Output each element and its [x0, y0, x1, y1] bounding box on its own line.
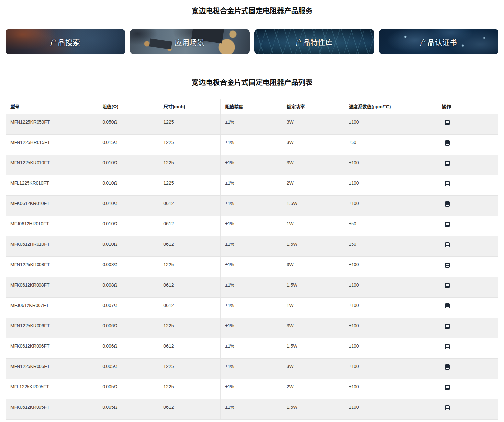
view-detail-button[interactable]	[444, 201, 450, 207]
cell-model: MFN1225KR008FT	[6, 257, 98, 277]
nav-card-product-search[interactable]: 产品搜索	[6, 29, 125, 54]
table-row: MFN1225KR010FT 0.010Ω 1225 ±1% 3W ±100	[6, 155, 498, 175]
cell-resistance: 0.006Ω	[98, 318, 159, 338]
cell-model: MFK0612HR010FT	[6, 236, 98, 257]
table-row: MFK0612KR006FT 0.006Ω 0612 ±1% 1.5W ±100	[6, 338, 498, 359]
table-row: MFJ0612KR007FT 0.007Ω 0612 ±1% 1W ±100	[6, 298, 498, 318]
cell-temp-coefficient: ±100	[344, 257, 437, 277]
cell-operation	[437, 196, 498, 216]
cell-operation	[437, 257, 498, 277]
cell-operation	[437, 318, 498, 338]
cell-size: 0612	[159, 399, 220, 420]
cell-operation	[437, 379, 498, 399]
cell-temp-coefficient: ±100	[344, 196, 437, 216]
cell-temp-coefficient: ±50	[344, 135, 437, 155]
header-precision: 阻值精度	[220, 99, 282, 114]
table-header-row: 型号 阻值(Ω) 尺寸(inch) 阻值精度 额定功率 温度系数值(ppm/℃)…	[6, 99, 498, 114]
view-detail-button[interactable]	[444, 303, 450, 309]
cell-precision: ±1%	[220, 155, 282, 175]
table-row: MFL1225KR005FT 0.005Ω 1225 ±1% 2W ±100	[6, 379, 498, 399]
cell-model: MFN1225KR005FT	[6, 359, 98, 379]
cell-precision: ±1%	[220, 196, 282, 216]
nav-card-label: 产品搜索	[50, 37, 80, 47]
journal-text-icon	[445, 201, 450, 207]
journal-text-icon	[445, 161, 450, 166]
view-detail-button[interactable]	[444, 384, 450, 391]
cell-temp-coefficient: ±100	[344, 298, 437, 318]
cell-precision: ±1%	[220, 359, 282, 379]
cell-temp-coefficient: ±100	[344, 399, 437, 420]
cell-model: MFN1225KR006FT	[6, 318, 98, 338]
cell-rated-power: 1W	[282, 298, 344, 318]
nav-card-application-scenarios[interactable]: 应用场景	[130, 29, 250, 54]
table-row: MFN1225KR005FT 0.005Ω 1225 ±1% 3W ±100	[6, 359, 498, 379]
cell-size: 0612	[159, 216, 220, 236]
view-detail-button[interactable]	[444, 140, 450, 146]
product-table-wrap: 型号 阻值(Ω) 尺寸(inch) 阻值精度 额定功率 温度系数值(ppm/℃)…	[6, 99, 498, 420]
cell-operation	[437, 114, 498, 135]
cell-precision: ±1%	[220, 318, 282, 338]
cell-resistance: 0.010Ω	[98, 236, 159, 257]
cell-rated-power: 2W	[282, 379, 344, 399]
cell-operation	[437, 277, 498, 298]
cell-model: MFJ0612HR010FT	[6, 216, 98, 236]
cell-rated-power: 3W	[282, 318, 344, 338]
cell-precision: ±1%	[220, 236, 282, 257]
cell-size: 0612	[159, 338, 220, 359]
nav-card-product-characteristics[interactable]: 产品特性库	[254, 29, 374, 54]
cell-resistance: 0.007Ω	[98, 298, 159, 318]
journal-text-icon	[445, 364, 450, 370]
cell-size: 0612	[159, 277, 220, 298]
table-body: MFN1225KR050FT 0.050Ω 1225 ±1% 3W ±100 M…	[6, 114, 498, 420]
cell-rated-power: 3W	[282, 135, 344, 155]
table-row: MFN1225KR008FT 0.008Ω 1225 ±1% 3W ±100	[6, 257, 498, 277]
table-row: MFN1225KR050FT 0.050Ω 1225 ±1% 3W ±100	[6, 114, 498, 135]
view-detail-button[interactable]	[444, 221, 450, 228]
view-detail-button[interactable]	[444, 180, 450, 187]
cell-size: 0612	[159, 196, 220, 216]
cell-resistance: 0.010Ω	[98, 155, 159, 175]
cell-operation	[437, 216, 498, 236]
cell-resistance: 0.006Ω	[98, 338, 159, 359]
cell-rated-power: 1.5W	[282, 338, 344, 359]
journal-text-icon	[445, 242, 450, 247]
cell-size: 1225	[159, 175, 220, 196]
view-detail-button[interactable]	[444, 282, 450, 289]
view-detail-button[interactable]	[444, 405, 450, 411]
cell-operation	[437, 298, 498, 318]
cell-size: 1225	[159, 257, 220, 277]
nav-card-product-certificates[interactable]: 产品认证书	[379, 29, 499, 54]
cell-temp-coefficient: ±50	[344, 216, 437, 236]
cell-size: 1225	[159, 155, 220, 175]
journal-text-icon	[445, 140, 450, 146]
view-detail-button[interactable]	[444, 323, 450, 330]
cell-rated-power: 1.5W	[282, 277, 344, 298]
cell-precision: ±1%	[220, 379, 282, 399]
cell-resistance: 0.008Ω	[98, 257, 159, 277]
view-detail-button[interactable]	[444, 119, 450, 126]
view-detail-button[interactable]	[444, 262, 450, 268]
cell-operation	[437, 175, 498, 196]
cell-temp-coefficient: ±100	[344, 338, 437, 359]
header-model: 型号	[6, 99, 98, 114]
cell-model: MFJ0612KR007FT	[6, 298, 98, 318]
cell-model: MFK0612KR010FT	[6, 196, 98, 216]
cell-model: MFL1225KR010FT	[6, 175, 98, 196]
view-detail-button[interactable]	[444, 242, 450, 248]
product-list-title: 宽边电极合金片式固定电阻器产品列表	[6, 78, 498, 87]
cell-precision: ±1%	[220, 257, 282, 277]
view-detail-button[interactable]	[444, 343, 450, 350]
view-detail-button[interactable]	[444, 160, 450, 167]
header-size: 尺寸(inch)	[159, 99, 220, 114]
cell-temp-coefficient: ±100	[344, 318, 437, 338]
journal-text-icon	[445, 263, 450, 268]
cell-resistance: 0.008Ω	[98, 277, 159, 298]
view-detail-button[interactable]	[444, 364, 450, 370]
cell-size: 1225	[159, 135, 220, 155]
cell-rated-power: 3W	[282, 155, 344, 175]
cell-temp-coefficient: ±100	[344, 277, 437, 298]
nav-card-label: 应用场景	[175, 37, 205, 47]
cell-precision: ±1%	[220, 175, 282, 196]
cell-operation	[437, 399, 498, 420]
table-row: MFK0612HR010FT 0.010Ω 0612 ±1% 1.5W ±50	[6, 236, 498, 257]
